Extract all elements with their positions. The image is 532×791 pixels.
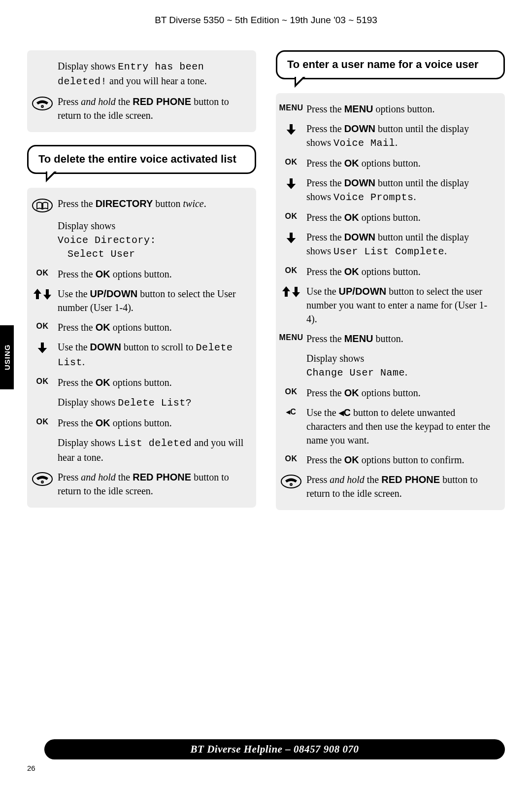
step-text: Press the OK options button. [306, 265, 425, 278]
helpline-footer: BT Diverse Helpline – 08457 908 070 [44, 739, 505, 759]
instruction-step: OKPress the OK options button. [276, 153, 505, 173]
step-icon-slot [276, 351, 306, 353]
right-column: To enter a user name for a voice user ME… [276, 50, 505, 510]
document-header: BT Diverse 5350 ~ 5th Edition ~ 19th Jun… [0, 0, 532, 26]
page-content: Display shows Entry has been deleted! an… [27, 50, 505, 510]
step-text: Press the OK options button. [306, 210, 425, 224]
back-c-icon: ◂C [286, 407, 297, 416]
step-icon-slot: OK [27, 267, 58, 277]
instruction-step: Press and hold the RED PHONE button to r… [27, 92, 256, 125]
left-column: Display shows Entry has been deleted! an… [27, 50, 256, 510]
directory-book-icon [32, 198, 53, 213]
red-phone-icon [32, 472, 53, 486]
step-text: Display shows Delete List? [58, 395, 196, 410]
step-text: Press the OK options button. [306, 386, 425, 400]
instruction-step: Press the DOWN button until the display … [276, 173, 505, 207]
instruction-step: OKPress the OK options button. [27, 317, 256, 337]
svg-point-3 [33, 199, 52, 212]
menu-label-icon: MENU [279, 333, 303, 342]
step-text: Press the OK options button. [58, 376, 176, 389]
instruction-step: OKPress the OK options button. [27, 373, 256, 392]
step-icon-slot [27, 340, 58, 353]
page-number: 26 [27, 764, 35, 772]
down-arrow-icon [285, 177, 297, 189]
instruction-step: OKPress the OK options button. [276, 383, 505, 403]
svg-rect-14 [295, 287, 298, 293]
instruction-step: MENUPress the MENU button. [276, 329, 505, 348]
svg-point-0 [33, 97, 52, 110]
step-icon-slot [27, 197, 58, 213]
step-text: Press the OK options button to confirm. [306, 453, 468, 467]
step-text: Use the UP/DOWN button to select the Use… [58, 287, 250, 314]
svg-rect-11 [290, 178, 293, 184]
step-icon-slot [276, 473, 306, 489]
step-text: Press the DOWN button until the display … [306, 230, 499, 259]
instruction-step: Display shows List deleted and you will … [27, 433, 256, 467]
step-icon-slot: ◂C [276, 406, 306, 416]
step-icon-slot: OK [276, 210, 306, 221]
svg-rect-5 [46, 289, 49, 295]
steps-graybox-left: Press the DIRECTORY button twice.Display… [27, 188, 256, 508]
step-text: Display showsChange User Name. [306, 351, 411, 380]
step-icon-slot: OK [276, 156, 306, 167]
step-icon-slot [27, 219, 58, 220]
instruction-step: Use the UP/DOWN button to select the use… [276, 281, 505, 329]
instruction-step: Display shows Delete List? [27, 392, 256, 413]
ok-label-icon: OK [285, 158, 298, 167]
instruction-step: MENUPress the MENU options button. [276, 99, 505, 119]
step-icon-slot [276, 176, 306, 189]
instruction-step: Display showsVoice Directory:Select User [27, 216, 256, 264]
svg-rect-4 [36, 293, 39, 299]
instruction-step: Press the DIRECTORY button twice. [27, 194, 256, 216]
instruction-step: Press and hold the RED PHONE button to r… [276, 470, 505, 503]
step-text: Use the UP/DOWN button to select the use… [306, 284, 499, 326]
step-text: Press the OK options button. [306, 156, 425, 170]
step-icon-slot [27, 395, 58, 397]
step-text: Press the MENU options button. [306, 102, 439, 116]
step-text: Display showsVoice Directory:Select User [58, 219, 160, 261]
instruction-step: Use the UP/DOWN button to select the Use… [27, 284, 256, 317]
step-icon-slot [27, 95, 58, 111]
step-icon-slot [276, 122, 306, 135]
svg-rect-13 [285, 291, 288, 297]
callout-enter-username: To enter a user name for a voice user [276, 50, 505, 79]
ok-label-icon: OK [36, 417, 49, 426]
callout-text: To enter a user name for a voice user [287, 58, 478, 70]
ok-label-icon: OK [285, 387, 298, 396]
ok-label-icon: OK [36, 269, 49, 277]
down-arrow-icon [285, 232, 297, 243]
instruction-step: Display shows Entry has been deleted! an… [27, 56, 256, 92]
svg-rect-6 [41, 343, 44, 348]
instruction-step: Press the DOWN button until the display … [276, 119, 505, 153]
callout-text: To delete the entire voice activated lis… [38, 153, 236, 165]
step-text: Press and hold the RED PHONE button to r… [58, 95, 250, 122]
svg-point-7 [33, 473, 52, 485]
step-icon-slot [27, 470, 58, 486]
step-icon-slot: OK [27, 320, 58, 331]
menu-label-icon: MENU [279, 103, 303, 112]
instruction-step: Press the DOWN button until the display … [276, 227, 505, 262]
steps-graybox-right: MENUPress the MENU options button. Press… [276, 93, 505, 510]
instruction-step: OKPress the OK options button. [27, 413, 256, 433]
step-icon-slot: OK [276, 265, 306, 275]
step-text: Press and hold the RED PHONE button to r… [58, 470, 250, 498]
step-text: Use the ◂C button to delete unwanted cha… [306, 406, 499, 447]
svg-point-15 [281, 475, 301, 488]
step-icon-slot: MENU [276, 332, 306, 342]
ok-label-icon: OK [285, 266, 298, 275]
instruction-step: OKPress the OK options button to confirm… [276, 450, 505, 470]
step-icon-slot [276, 230, 306, 243]
step-text: Press the OK options button. [58, 267, 176, 281]
callout-delete-list: To delete the entire voice activated lis… [27, 145, 256, 174]
down-arrow-icon [36, 342, 48, 353]
step-icon-slot: MENU [276, 102, 306, 112]
step-text: Press the OK options button. [58, 416, 176, 430]
instruction-step: OKPress the OK options button. [27, 264, 256, 284]
intro-graybox: Display shows Entry has been deleted! an… [27, 50, 256, 132]
instruction-step: ◂CUse the ◂C button to delete unwanted c… [276, 403, 505, 450]
step-text: Press and hold the RED PHONE button to r… [306, 473, 499, 500]
red-phone-icon [280, 474, 302, 489]
step-text: Display shows List deleted and you will … [58, 436, 250, 464]
red-phone-icon [32, 96, 53, 111]
section-tab-using: USING [0, 325, 14, 389]
